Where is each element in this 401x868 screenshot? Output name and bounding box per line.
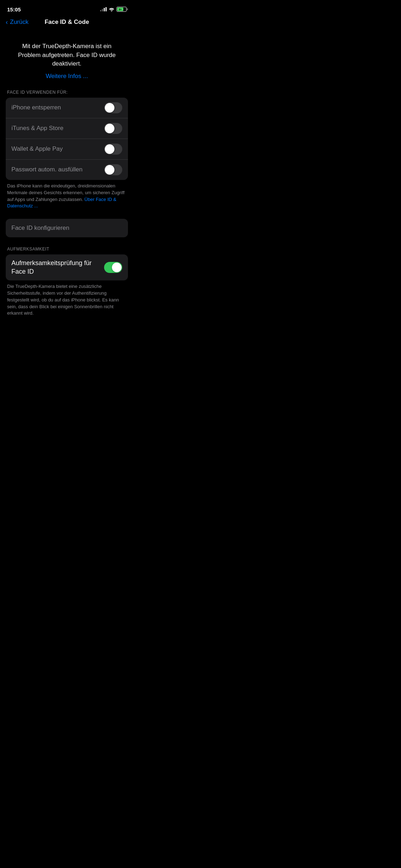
- status-time: 15:05: [7, 6, 21, 12]
- attention-check-label: Aufmerksamkeitsprüfung für Face ID: [11, 259, 104, 276]
- configure-face-id-button[interactable]: Face ID konfigurieren: [6, 219, 128, 237]
- attention-section-header: AUFMERKSAMKEIT: [0, 240, 134, 254]
- error-section: Mit der TrueDepth-Kamera ist ein Problem…: [0, 33, 134, 90]
- wallet-applepay-toggle[interactable]: [104, 144, 122, 155]
- itunes-appstore-toggle[interactable]: [104, 123, 122, 134]
- itunes-appstore-label: iTunes & App Store: [11, 125, 63, 132]
- toggle-knob: [105, 124, 114, 133]
- wallet-applepay-label: Wallet & Apple Pay: [11, 145, 63, 153]
- toggle-knob: [105, 165, 114, 175]
- toggle-knob: [112, 263, 122, 272]
- attention-check-row[interactable]: Aufmerksamkeitsprüfung für Face ID: [6, 254, 128, 280]
- autofill-password-row[interactable]: Passwort autom. ausfüllen: [6, 160, 128, 180]
- attention-check-toggle[interactable]: [104, 262, 122, 273]
- iphone-unlock-row[interactable]: iPhone entsperren: [6, 98, 128, 118]
- back-button[interactable]: ‹ Zurück: [6, 19, 29, 26]
- content-area: Mit der TrueDepth-Kamera ist ein Problem…: [0, 30, 134, 322]
- status-bar: 15:05 6+: [0, 0, 134, 16]
- attention-toggles-group: Aufmerksamkeitsprüfung für Face ID: [6, 254, 128, 280]
- attention-section: AUFMERKSAMKEIT Aufmerksamkeitsprüfung fü…: [0, 240, 134, 318]
- wallet-applepay-row[interactable]: Wallet & Apple Pay: [6, 139, 128, 160]
- iphone-unlock-label: iPhone entsperren: [11, 104, 61, 111]
- page-title: Face ID & Code: [45, 19, 89, 26]
- attention-footer: Die TrueDepth-Kamera bietet eine zusätzl…: [0, 280, 134, 318]
- autofill-password-label: Passwort autom. ausfüllen: [11, 166, 82, 173]
- autofill-password-toggle[interactable]: [104, 164, 122, 175]
- wifi-icon: [109, 7, 114, 11]
- status-icons: 6+: [100, 7, 127, 12]
- signal-icon: [100, 7, 107, 11]
- error-text: Mit der TrueDepth-Kamera ist ein Problem…: [11, 42, 123, 68]
- face-id-section: FACE ID VERWENDEN FÜR: iPhone entsperren…: [0, 90, 134, 216]
- itunes-appstore-row[interactable]: iTunes & App Store: [6, 118, 128, 139]
- battery-icon: 6+: [117, 7, 127, 12]
- face-id-footer: Das iPhone kann die eindeutigen, dreidim…: [0, 180, 134, 216]
- back-label: Zurück: [10, 19, 29, 26]
- nav-bar: ‹ Zurück Face ID & Code: [0, 16, 134, 30]
- back-chevron-icon: ‹: [6, 19, 8, 26]
- face-id-toggles-group: iPhone entsperren iTunes & App Store Wal…: [6, 98, 128, 180]
- iphone-unlock-toggle[interactable]: [104, 102, 122, 113]
- toggle-knob: [105, 103, 114, 113]
- face-id-section-header: FACE ID VERWENDEN FÜR:: [0, 90, 134, 98]
- toggle-knob: [105, 144, 114, 154]
- more-info-link[interactable]: Weitere Infos ...: [46, 73, 88, 79]
- configure-face-id-label: Face ID konfigurieren: [11, 224, 70, 231]
